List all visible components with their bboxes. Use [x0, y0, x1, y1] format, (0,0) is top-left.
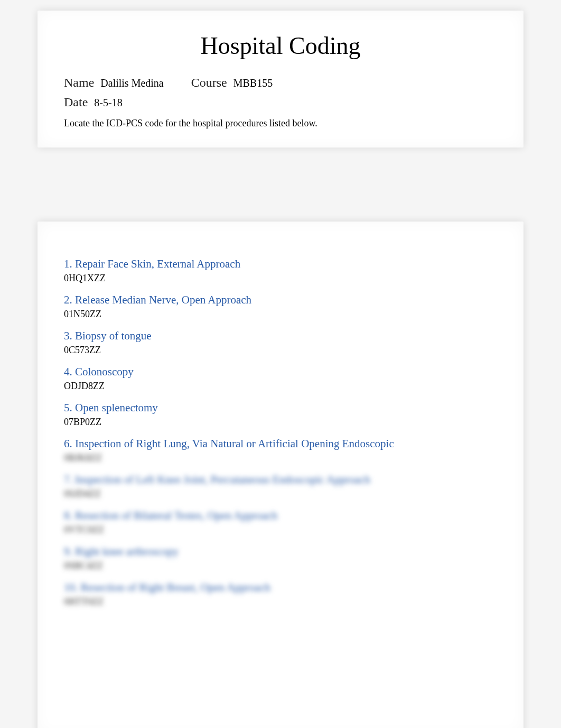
answer-text: 0C573ZZ — [64, 345, 497, 356]
question-text: 6. Inspection of Right Lung, Via Natural… — [64, 437, 497, 450]
answer-text: 0HTT0ZZ — [64, 596, 497, 607]
answer-text: 0VTC0ZZ — [64, 524, 497, 536]
course-value: MBB155 — [233, 77, 273, 89]
answer-text: 0SBC4ZZ — [64, 560, 497, 572]
questions-section: 1. Repair Face Skin, External Approach0H… — [38, 222, 523, 728]
date-value: 8-5-18 — [94, 97, 122, 109]
answer-text: 0HQ1XZZ — [64, 273, 497, 284]
date-row: Date 8-5-18 — [64, 95, 497, 109]
answer-text: 0BJK8ZZ — [64, 453, 497, 464]
question-text: 1. Repair Face Skin, External Approach — [64, 257, 497, 271]
answer-text: 01N50ZZ — [64, 309, 497, 320]
instructions-text: Locate the ICD-PCS code for the hospital… — [64, 118, 497, 129]
answer-text: ODJD8ZZ — [64, 381, 497, 392]
name-value: Dalilis Medina — [100, 77, 163, 89]
question-text: 2. Release Median Nerve, Open Approach — [64, 293, 497, 307]
answer-text: 0SJD4ZZ — [64, 489, 497, 500]
question-text: 10. Resection of Right Breast, Open Appr… — [64, 581, 497, 594]
page-title: Hospital Coding — [64, 32, 497, 60]
answer-text: 07BP0ZZ — [64, 417, 497, 428]
question-text: 8. Resection of Bilateral Testes, Open A… — [64, 509, 497, 522]
question-text: 9. Right knee arthroscopy — [64, 545, 497, 558]
question-text: 3. Biopsy of tongue — [64, 329, 497, 343]
question-text: 7. Inspection of Left Knee Joint, Percut… — [64, 473, 497, 486]
question-text: 5. Open splenectomy — [64, 401, 497, 414]
name-course-row: Name Dalilis Medina Course MBB155 — [64, 76, 497, 90]
course-label: Course — [191, 76, 227, 90]
date-label: Date — [64, 95, 88, 109]
header-section: Hospital Coding Name Dalilis Medina Cour… — [38, 11, 523, 148]
question-text: 4. Colonoscopy — [64, 365, 497, 379]
name-label: Name — [64, 76, 94, 90]
